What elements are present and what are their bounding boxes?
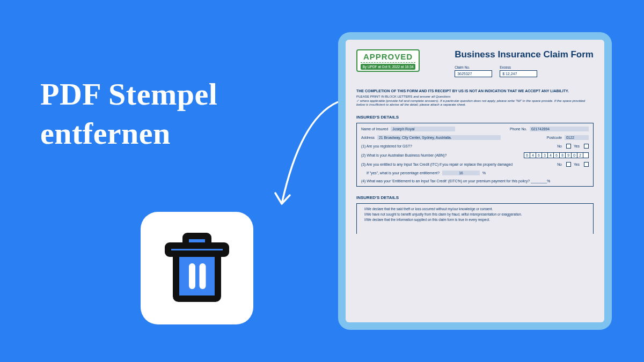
- excess-input[interactable]: $ 12,247: [500, 70, 537, 77]
- headline: PDF Stempel entfernen: [40, 75, 217, 153]
- name-input[interactable]: Joseph Royal: [391, 127, 455, 131]
- section-declarations: INSURED'S DETAILS: [356, 195, 594, 200]
- notice-text: THE COMPLETION OF THIS FORM AND ITS RECE…: [356, 89, 594, 93]
- document-title: Business Insurance Claim Form: [455, 49, 594, 60]
- q3b-text: If "yes", what is your percentage entitl…: [367, 171, 440, 175]
- pct-sign: %: [482, 171, 486, 175]
- headline-line2: entfernen: [40, 114, 217, 153]
- yes-label-2: Yes: [574, 162, 580, 166]
- arrow-icon: [258, 97, 343, 225]
- excess-label: Excess: [500, 65, 537, 69]
- svg-rect-0: [176, 252, 218, 299]
- yes-label: Yes: [574, 144, 580, 148]
- q1-no-checkbox[interactable]: [566, 144, 571, 149]
- phone-input[interactable]: 021742894: [530, 127, 589, 131]
- declaration-3: I/We declare that the information suppli…: [361, 218, 589, 221]
- trash-card: [141, 212, 253, 324]
- q1-yes-checkbox[interactable]: [584, 144, 589, 149]
- stamp-byline: By UPDF at Oct 9, 2022 at 16:34: [361, 64, 415, 70]
- declaration-2: I/We have not sought to benefit unjustly…: [361, 212, 589, 216]
- address-label: Address: [361, 136, 375, 139]
- document-page: APPROVED By UPDF at Oct 9, 2022 at 16:34…: [346, 40, 604, 322]
- q2-text: (2) What is your Australian Business Num…: [361, 153, 447, 157]
- q3-yes-checkbox[interactable]: [584, 162, 589, 167]
- q1-text: (1) Are you registered for GST?: [361, 144, 412, 148]
- declaration-1: I/We declare that the said theft or loss…: [361, 207, 589, 211]
- name-label: Name of Insured: [361, 127, 388, 131]
- insured-details-box: Name of Insured Joseph Royal Phone No. 0…: [356, 123, 594, 187]
- abn-digits[interactable]: 6 4 6 3 4 6 8 9 0 2: [524, 152, 589, 158]
- trash-icon: [157, 228, 237, 308]
- headline-line1: PDF Stempel: [40, 75, 217, 114]
- approved-stamp: APPROVED By UPDF at Oct 9, 2022 at 16:34: [356, 49, 420, 72]
- subnotice-1: PLEASE PRINT IN BLOCK LETTERS and answer…: [356, 94, 594, 98]
- section-insured-details: INSURED'S DETAILS: [356, 115, 594, 120]
- postcode-label: Postcode: [547, 136, 562, 139]
- claim-no-label: Claim No.: [455, 65, 492, 69]
- document-frame: APPROVED By UPDF at Oct 9, 2022 at 16:34…: [338, 32, 612, 330]
- no-label-2: No: [557, 162, 562, 166]
- q3a-text: (3) Are you entitled to any Input Tax Cr…: [361, 162, 513, 166]
- phone-label: Phone No.: [510, 127, 527, 131]
- q3-no-checkbox[interactable]: [566, 162, 571, 167]
- pct-input[interactable]: 16: [442, 171, 480, 175]
- postcode-input[interactable]: 0122: [565, 135, 589, 140]
- svg-rect-4: [200, 263, 206, 289]
- svg-rect-2: [186, 236, 208, 246]
- address-input[interactable]: 21 Broadway, City Center, Sydney, Austri…: [377, 135, 501, 140]
- svg-rect-3: [189, 263, 195, 289]
- claim-no-input[interactable]: 3625327: [455, 70, 492, 77]
- subnotice-2: ✓ where applicable (provide full and com…: [356, 99, 594, 106]
- stamp-title: APPROVED: [361, 52, 415, 63]
- no-label: No: [557, 144, 562, 148]
- declarations-box: I/We declare that the said theft or loss…: [356, 203, 594, 234]
- q4-text: (4) What was your 'Entitlement to an Inp…: [361, 179, 550, 183]
